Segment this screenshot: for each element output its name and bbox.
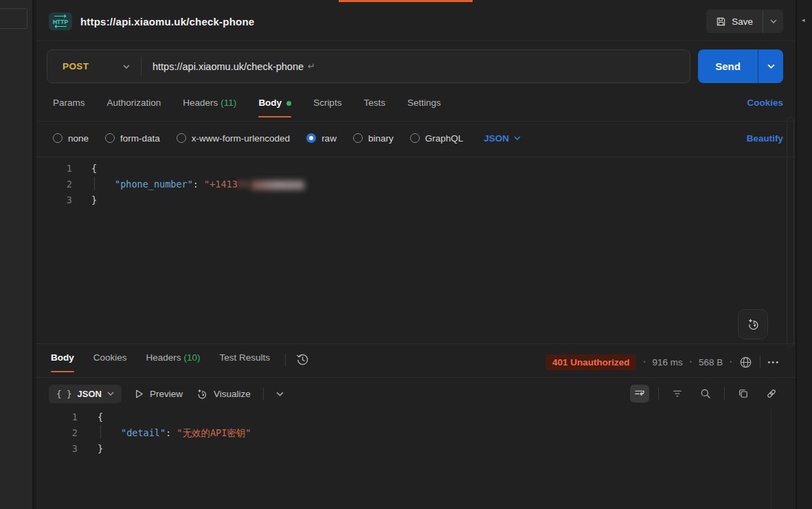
response-actions — [630, 385, 781, 403]
status-badge[interactable]: 401 Unauthorized — [545, 354, 637, 370]
request-tabs: Params Authorization Headers(11) Body Sc… — [36, 96, 796, 122]
response-history-icon[interactable] — [295, 352, 310, 367]
send-button[interactable]: Send — [698, 49, 758, 83]
divider — [36, 157, 796, 157]
left-sidebar-rail — [0, 0, 34, 509]
request-title: https://api.xiaomu.uk/check-phone — [80, 16, 254, 27]
request-header-bar: HTTP https://api.xiaomu.uk/check-phone S… — [36, 2, 796, 41]
response-toolbar: { } JSON Preview Visualize — [49, 382, 781, 405]
postbot-sparkle-icon — [745, 317, 760, 332]
method-selector[interactable]: POST — [47, 61, 123, 71]
chevron-down-icon — [107, 392, 114, 396]
send-split-button: Send — [698, 49, 783, 83]
dot-separator: • — [730, 359, 732, 365]
scrollbar-track[interactable] — [787, 117, 794, 347]
radio-icon — [410, 133, 420, 143]
response-time[interactable]: 916 ms — [653, 357, 683, 367]
body-mode-radio[interactable]: GraphQL — [410, 133, 464, 144]
svg-text:HTTP: HTTP — [53, 19, 69, 25]
response-tab[interactable]: Headers(10) — [146, 352, 201, 372]
network-globe-icon[interactable] — [738, 355, 753, 370]
response-meta: 401 Unauthorized • 916 ms • 568 B • ••• — [545, 347, 780, 377]
response-tab[interactable]: Test Results — [220, 352, 271, 372]
wrap-lines-button[interactable] — [630, 385, 649, 403]
dot-separator: • — [690, 359, 692, 365]
request-tab[interactable]: Authorization — [107, 98, 161, 117]
response-size[interactable]: 568 B — [699, 357, 723, 367]
request-tab[interactable]: Body — [258, 98, 291, 117]
body-mode-radio[interactable]: form-data — [105, 133, 160, 144]
request-tab[interactable]: Tests — [363, 98, 385, 117]
right-sidebar-rail: ◂ — [796, 0, 812, 509]
sidebar-collapsed-item[interactable] — [0, 8, 27, 29]
filter-icon — [671, 387, 684, 400]
chevron-down-icon — [767, 64, 775, 69]
visualize-button[interactable]: Visualize — [195, 387, 251, 400]
preview-button[interactable]: Preview — [134, 389, 183, 399]
method-chevron-icon[interactable] — [123, 65, 130, 69]
modified-dot-icon — [286, 101, 291, 106]
request-tab[interactable]: Scripts — [313, 98, 341, 117]
cookies-link[interactable]: Cookies — [747, 98, 783, 108]
more-options-icon[interactable]: ••• — [767, 358, 780, 366]
divider — [285, 354, 286, 366]
chevron-down-icon — [514, 136, 521, 140]
link-button[interactable] — [762, 385, 781, 403]
radio-icon — [177, 133, 186, 143]
postbot-button[interactable] — [738, 309, 768, 339]
divider — [760, 356, 760, 368]
chevron-down-icon — [770, 19, 777, 23]
divider — [771, 410, 771, 509]
copy-button[interactable] — [734, 385, 753, 403]
radio-icon — [353, 133, 363, 143]
beautify-link[interactable]: Beautify — [747, 133, 783, 144]
braces-icon: { } — [56, 389, 72, 399]
radio-icon — [306, 133, 316, 143]
radio-icon — [105, 133, 115, 143]
save-label: Save — [732, 16, 753, 27]
save-options-button[interactable] — [763, 10, 783, 33]
body-mode-radio[interactable]: none — [53, 133, 89, 144]
request-tab[interactable]: Headers(11) — [183, 98, 236, 117]
divider — [724, 387, 725, 400]
save-button[interactable]: Save — [706, 10, 763, 33]
floppy-disk-icon — [716, 16, 726, 27]
link-icon — [765, 387, 778, 400]
app-window: HTTP https://api.xiaomu.uk/check-phone S… — [0, 0, 812, 509]
request-body-editor[interactable]: 1{2"phone_number": "+1413553} — [36, 161, 304, 208]
return-key-hint: ↵ — [308, 61, 315, 71]
chevron-down-icon[interactable] — [276, 392, 284, 396]
http-request-icon: HTTP — [49, 12, 72, 30]
search-button[interactable] — [696, 385, 715, 403]
search-icon — [699, 387, 712, 400]
response-body-viewer[interactable]: 1{2"detail": "无效的API密钥"3} — [36, 409, 251, 457]
play-icon — [134, 389, 144, 399]
main-panel: HTTP https://api.xiaomu.uk/check-phone S… — [36, 0, 796, 509]
radio-icon — [53, 133, 63, 143]
body-mode-radio[interactable]: binary — [353, 133, 394, 144]
response-tab[interactable]: Cookies — [93, 352, 127, 372]
send-options-button[interactable] — [758, 49, 783, 83]
save-split-button: Save — [706, 10, 783, 33]
response-tab[interactable]: Body — [51, 352, 74, 372]
request-tab[interactable]: Params — [53, 98, 85, 117]
pane-divider[interactable] — [36, 343, 796, 344]
body-mode-row: none form-data x-www-form-urlencoded raw — [53, 128, 783, 148]
word-wrap-icon — [633, 387, 646, 400]
sparkle-circle-icon — [195, 387, 208, 400]
url-builder: POST https://api.xiaomu.uk/check-phone ↵ — [47, 49, 690, 83]
dot-separator: • — [643, 359, 645, 365]
divider — [658, 387, 659, 400]
body-mode-radio[interactable]: raw — [306, 133, 337, 144]
url-input[interactable]: https://api.xiaomu.uk/check-phone — [142, 61, 304, 72]
divider — [263, 387, 264, 400]
body-mode-radio[interactable]: x-www-form-urlencoded — [177, 133, 290, 144]
request-tab[interactable]: Settings — [407, 98, 441, 117]
response-format-select[interactable]: { } JSON — [49, 385, 122, 403]
raw-language-select[interactable]: JSON — [484, 133, 521, 144]
collapse-panel-arrow-icon[interactable]: ◂ — [802, 16, 805, 23]
copy-icon — [737, 387, 749, 400]
filter-button[interactable] — [668, 385, 687, 403]
